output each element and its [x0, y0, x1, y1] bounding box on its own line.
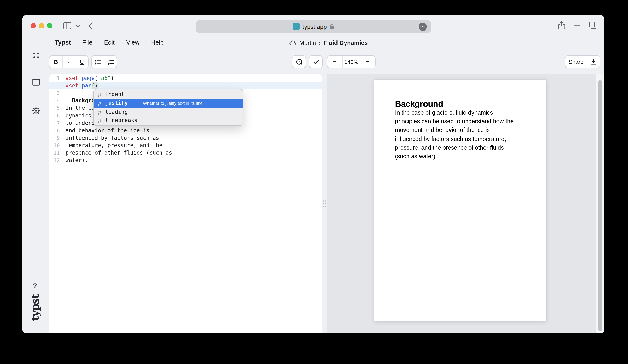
- url-host: typst.app: [303, 23, 327, 30]
- autocomplete-item-description: Whether to justify text in its line.: [143, 101, 204, 106]
- typst-logo: typst: [29, 294, 41, 321]
- app-menu-bar: TypstFileEditViewHelp: [55, 39, 164, 46]
- menu-item-file[interactable]: File: [82, 39, 92, 46]
- share-icon[interactable]: [558, 21, 565, 30]
- code-text: influenced by factors such as: [66, 134, 322, 142]
- screen: t typst.app ··· TypstFileE: [0, 0, 628, 364]
- preview-paragraph: In the case of glaciers, fluid dynamicsp…: [395, 108, 532, 161]
- preview-pane: Background In the case of glaciers, flui…: [327, 74, 596, 334]
- cloud-icon: [290, 40, 297, 45]
- breadcrumb-document[interactable]: Fluid Dynamics: [323, 40, 368, 46]
- pane-drag-handle[interactable]: [323, 200, 326, 208]
- traffic-minimize-button[interactable]: [39, 23, 44, 28]
- back-icon[interactable]: [88, 22, 93, 30]
- param-kind-icon: p: [98, 109, 101, 115]
- preview-scrollbar-track: [596, 74, 605, 334]
- help-button[interactable]: ?: [33, 282, 37, 290]
- line-number: 12: [50, 157, 60, 164]
- check-icon[interactable]: [309, 56, 322, 68]
- italic-button[interactable]: I: [62, 56, 75, 68]
- sidebar-toggle-icon[interactable]: [63, 22, 71, 30]
- line-number: 1: [50, 74, 60, 82]
- autocomplete-item-label: justify: [105, 100, 128, 106]
- code-line-9[interactable]: 9influenced by factors such as: [50, 134, 322, 142]
- code-text: water).: [66, 157, 322, 164]
- param-kind-icon: p: [98, 118, 101, 123]
- code-line-12[interactable]: 12water).: [50, 157, 322, 164]
- autocomplete-item-label: indent: [105, 91, 125, 97]
- param-kind-icon: p: [98, 91, 101, 97]
- autocomplete-item-label: leading: [105, 109, 128, 115]
- code-text: #set par(): [66, 82, 322, 89]
- code-text: and behavior of the ice is: [66, 127, 322, 134]
- code-line-1[interactable]: 1#set page("a6"): [50, 74, 322, 82]
- line-number: 2: [50, 82, 60, 89]
- zoom-group: − 140% +: [327, 55, 376, 69]
- code-text: #set page("a6"): [66, 74, 322, 82]
- autocomplete-item-leading[interactable]: pleading: [94, 108, 243, 116]
- chrome-divider: [73, 22, 73, 30]
- autocomplete-item-justify[interactable]: pjustifyWhether to justify text in its l…: [94, 98, 243, 108]
- autocomplete-item-label: linebreaks: [105, 117, 138, 123]
- preview-paragraph-line: In the case of glaciers, fluid dynamics: [395, 108, 532, 117]
- share-button[interactable]: Share: [565, 56, 587, 68]
- line-number: 8: [50, 127, 60, 134]
- download-icon[interactable]: [587, 56, 600, 68]
- code-text: temperature, pressure, and the: [66, 142, 322, 149]
- line-number: 6: [50, 112, 60, 119]
- code-text: presence of other fluids (such as: [66, 149, 322, 157]
- files-panel-icon[interactable]: [32, 79, 40, 86]
- numbered-list-button[interactable]: 1 2: [104, 56, 117, 68]
- line-number: 7: [50, 119, 60, 127]
- underline-button[interactable]: U: [75, 56, 88, 68]
- traffic-close-button[interactable]: [30, 23, 36, 28]
- line-number: 4: [50, 97, 60, 104]
- preview-paragraph-line: (such as water).: [395, 152, 532, 161]
- url-bar[interactable]: t typst.app ···: [196, 20, 431, 33]
- code-line-2[interactable]: 2#set par(): [50, 82, 322, 89]
- autocomplete-item-indent[interactable]: pindent: [94, 90, 243, 98]
- page-settings-ellipsis-button[interactable]: ···: [418, 22, 427, 31]
- check-button-group: [309, 55, 323, 69]
- bold-button[interactable]: B: [50, 56, 62, 68]
- zoom-in-button[interactable]: +: [360, 56, 375, 68]
- safari-window: t typst.app ··· TypstFileE: [22, 15, 605, 334]
- zoom-out-button[interactable]: −: [327, 56, 342, 68]
- preview-page: Background In the case of glaciers, flui…: [374, 79, 546, 321]
- preview-scrollbar-thumb[interactable]: [598, 80, 602, 331]
- breadcrumb-owner[interactable]: Martin: [299, 40, 316, 46]
- preview-paragraph-line: pressure, and the presence of other flui…: [395, 144, 532, 152]
- menu-item-help[interactable]: Help: [151, 39, 164, 46]
- share-group: Share: [565, 55, 600, 69]
- preview-paragraph-line: influenced by factors such as temperatur…: [395, 135, 532, 143]
- svg-text:2: 2: [107, 62, 109, 65]
- menu-item-typst[interactable]: Typst: [55, 39, 71, 46]
- text-style-group: B I U: [49, 55, 89, 69]
- code-line-11[interactable]: 11presence of other fluids (such as: [50, 149, 322, 157]
- typst-favicon: t: [293, 23, 300, 30]
- new-tab-icon[interactable]: [574, 23, 580, 29]
- comment-icon[interactable]: [292, 56, 306, 68]
- code-line-10[interactable]: 10temperature, pressure, and the: [50, 142, 322, 149]
- zoom-level[interactable]: 140%: [342, 56, 360, 68]
- bullet-list-button[interactable]: [91, 56, 104, 68]
- line-number: 3: [50, 89, 60, 97]
- preview-paragraph-line: principles can be used to understand how…: [395, 117, 532, 126]
- menu-item-edit[interactable]: Edit: [104, 39, 115, 46]
- line-number: 11: [50, 149, 60, 157]
- svg-text:1: 1: [107, 59, 109, 62]
- traffic-zoom-button[interactable]: [47, 23, 52, 28]
- code-line-8[interactable]: 8and behavior of the ice is: [50, 127, 322, 134]
- breadcrumb: Martin › Fluid Dynamics: [290, 40, 368, 46]
- param-kind-icon: p: [98, 100, 101, 106]
- preview-heading: Background: [395, 99, 532, 108]
- settings-gear-icon[interactable]: [32, 107, 40, 115]
- apps-grid-icon[interactable]: [33, 52, 39, 59]
- line-number: 10: [50, 142, 60, 149]
- autocomplete-item-linebreaks[interactable]: plinebreaks: [94, 116, 243, 125]
- line-number: 5: [50, 104, 60, 112]
- tab-overview-icon[interactable]: [589, 21, 597, 29]
- menu-item-view[interactable]: View: [126, 39, 140, 46]
- line-number: 9: [50, 134, 60, 142]
- chevron-down-icon[interactable]: [75, 24, 80, 28]
